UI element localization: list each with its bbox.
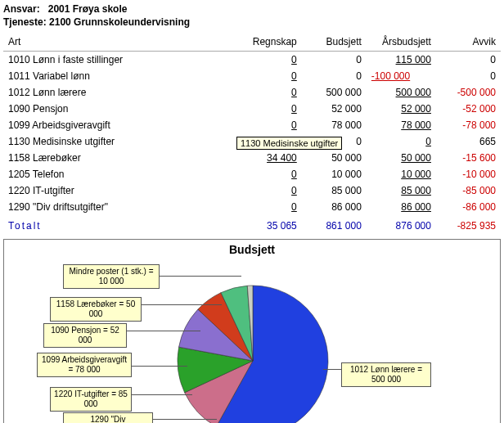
leader-line (122, 366, 187, 367)
leader-line (148, 276, 241, 277)
total-label: Totalt (3, 215, 232, 234)
cell-art: 1099 Arbeidsgiveravgift (3, 117, 232, 133)
cell-budsjett: 86 000 (302, 199, 367, 215)
header-tjeneste: Tjeneste: 2100 Grunnskoleundervisning (3, 16, 501, 28)
leader-line (132, 304, 222, 305)
cell-avvik: -85 000 (436, 182, 501, 199)
table-row[interactable]: 1010 Lønn i faste stillinger00115 0000 (3, 52, 501, 69)
pie-chart (173, 281, 333, 423)
table-row[interactable]: 1158 Lærebøker34 40050 00050 000-15 600 (3, 150, 501, 166)
tjeneste-label: Tjeneste: (3, 16, 47, 28)
callout-mindre: Mindre poster (1 stk.) = 10 000 (63, 264, 160, 289)
cell-budsjett: 85 000 (302, 182, 367, 199)
cell-avvik: -10 000 (436, 166, 501, 182)
cell-regnskap[interactable]: 0 (232, 52, 302, 69)
cell-art: 1290 "Div driftsutgifter" (3, 199, 232, 215)
cell-avvik: -15 600 (436, 150, 501, 166)
callout-lonnlaerere: 1012 Lønn lærere = 500 000 (341, 362, 431, 387)
cell-arsbudsjett[interactable]: 50 000 (367, 150, 436, 166)
table-row[interactable]: 1205 Telefon010 00010 000-10 000 (3, 166, 501, 182)
callout-laereboker: 1158 Lærebøker = 50 000 (50, 297, 142, 322)
total-budsjett: 861 000 (302, 215, 367, 234)
cell-budsjett: 50 000 (302, 150, 367, 166)
cell-avvik: -52 000 (436, 101, 501, 117)
cell-regnskap[interactable]: 0 (232, 199, 302, 215)
cell-budsjett: 10 000 (302, 166, 367, 182)
cell-art: 1011 Variabel lønn (3, 68, 232, 84)
col-arsbudsjett[interactable]: Årsbudsjett (367, 33, 436, 52)
cell-budsjett: 0 (302, 133, 367, 150)
cell-art: 1205 Telefon (3, 166, 232, 182)
cell-art: 1010 Lønn i faste stillinger (3, 52, 232, 69)
cell-avvik: 665 (436, 133, 501, 150)
leader-line (143, 419, 217, 420)
cell-regnskap[interactable]: 0 (232, 101, 302, 117)
cell-art: 1012 Lønn lærere (3, 84, 232, 101)
cell-art: 1090 Pensjon (3, 101, 232, 117)
cell-art: 1158 Lærebøker (3, 150, 232, 166)
cell-budsjett: 0 (302, 52, 367, 69)
table-row[interactable]: 1099 Arbeidsgiveravgift078 00078 000-78 … (3, 117, 501, 133)
total-arsbudsjett: 876 000 (367, 215, 436, 234)
total-regnskap: 35 065 (232, 215, 302, 234)
table-row[interactable]: 1130 Medisinske utgifter66500665 (3, 133, 501, 150)
table-row[interactable]: 1012 Lønn lærere0500 000500 000-500 000 (3, 84, 501, 101)
col-budsjett[interactable]: Budsjett (302, 33, 367, 52)
leader-line (323, 369, 343, 370)
cell-regnskap[interactable]: 0 (232, 68, 302, 84)
table-row[interactable]: 1290 "Div driftsutgifter"086 00086 000-8… (3, 199, 501, 215)
chart-frame: Budsjett 1012 Lønn lærere = 500 000 1290… (3, 239, 501, 423)
ansvar-label: Ansvar: (3, 3, 40, 15)
callout-itutg: 1220 IT-utgifter = 85 000 (50, 387, 132, 412)
callout-arbavg: 1099 Arbeidsgiveravgift = 78 000 (37, 353, 132, 377)
table-row[interactable]: 1090 Pensjon052 00052 000-52 000 (3, 101, 501, 117)
col-regnskap[interactable]: Regnskap (232, 33, 302, 52)
table-row[interactable]: 1220 IT-utgifter085 00085 000-85 000 (3, 182, 501, 199)
leader-line (117, 331, 200, 331)
leader-line (122, 394, 192, 395)
cell-arsbudsjett[interactable]: 86 000 (367, 199, 436, 215)
cell-budsjett: 78 000 (302, 117, 367, 133)
cell-regnskap[interactable]: 0 (232, 182, 302, 199)
budget-table: Art Regnskap Budsjett Årsbudsjett Avvik … (3, 33, 501, 234)
col-avvik[interactable]: Avvik (436, 33, 501, 52)
cell-avvik: -86 000 (436, 199, 501, 215)
cell-regnskap[interactable]: 34 400 (232, 150, 302, 166)
cell-arsbudsjett[interactable]: 115 000 (367, 52, 436, 69)
cell-avvik: 0 (436, 68, 501, 84)
chart-title: Budsjett (9, 243, 495, 256)
cell-budsjett: 0 (302, 68, 367, 84)
cell-budsjett: 500 000 (302, 84, 367, 101)
callout-divdrift: 1290 "Div driftsutgifter" = 86 000 (63, 412, 153, 423)
total-avvik: -825 935 (436, 215, 501, 234)
cell-arsbudsjett[interactable]: -100 000 (367, 68, 436, 84)
cell-avvik: -78 000 (436, 117, 501, 133)
cell-arsbudsjett[interactable]: 10 000 (367, 166, 436, 182)
tjeneste-value: 2100 Grunnskoleundervisning (49, 16, 190, 28)
cell-arsbudsjett[interactable]: 52 000 (367, 101, 436, 117)
header-ansvar: Ansvar: 2001 Frøya skole (3, 3, 501, 15)
cell-budsjett: 52 000 (302, 101, 367, 117)
callout-pensjon: 1090 Pensjon = 52 000 (43, 323, 127, 348)
cell-avvik: 0 (436, 52, 501, 69)
cell-regnskap[interactable]: 665 (232, 133, 302, 150)
cell-regnskap[interactable]: 0 (232, 117, 302, 133)
cell-art: 1130 Medisinske utgifter (3, 133, 232, 150)
cell-arsbudsjett[interactable]: 85 000 (367, 182, 436, 199)
total-row: Totalt 35 065 861 000 876 000 -825 935 (3, 215, 501, 234)
cell-arsbudsjett[interactable]: 500 000 (367, 84, 436, 101)
ansvar-value: 2001 Frøya skole (48, 3, 128, 15)
col-art[interactable]: Art (3, 33, 232, 52)
cell-arsbudsjett[interactable]: 78 000 (367, 117, 436, 133)
cell-regnskap[interactable]: 0 (232, 84, 302, 101)
cell-arsbudsjett[interactable]: 0 (367, 133, 436, 150)
cell-art: 1220 IT-utgifter (3, 182, 232, 199)
cell-regnskap[interactable]: 0 (232, 166, 302, 182)
cell-avvik: -500 000 (436, 84, 501, 101)
table-row[interactable]: 1011 Variabel lønn00-100 0000 (3, 68, 501, 84)
table-header-row: Art Regnskap Budsjett Årsbudsjett Avvik (3, 33, 501, 52)
